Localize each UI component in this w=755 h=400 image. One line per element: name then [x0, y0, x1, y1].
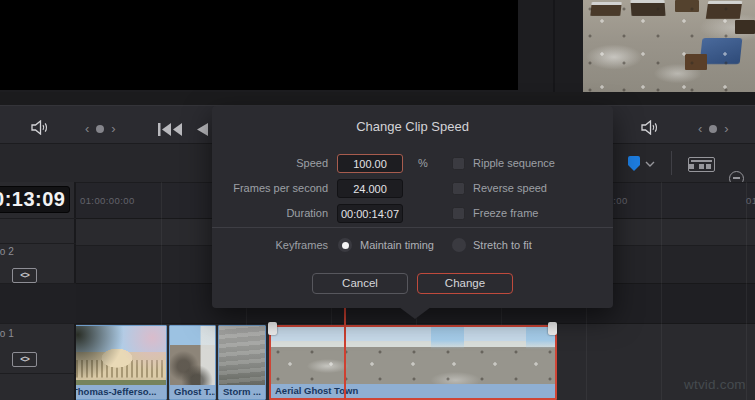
freeze-frame-label: Freeze frame: [473, 207, 538, 219]
viewer-bottom-strip: [0, 92, 755, 105]
source-viewer[interactable]: [0, 0, 518, 90]
gridline: [661, 182, 662, 400]
timeline-clip-selected[interactable]: Aerial Ghost Town: [269, 325, 557, 400]
dialog-title: Change Clip Speed: [212, 119, 613, 134]
reverse-speed-checkbox[interactable]: [452, 182, 465, 195]
fps-label: Frames per second: [212, 182, 328, 194]
next-clip-icon[interactable]: ›: [111, 123, 115, 135]
freeze-frame-checkbox[interactable]: [452, 207, 465, 220]
ripple-sequence-label: Ripple sequence: [473, 157, 555, 169]
prev-clip-icon[interactable]: ‹: [698, 123, 702, 135]
toolbar-divider: [671, 151, 672, 175]
timeline-clip[interactable]: Thomas-Jefferso...: [67, 325, 167, 400]
duration-label: Duration: [212, 207, 328, 219]
davinci-edit-page: ‹ › ‹ › 01:00:00:00 01:00:16:00 01:00:24…: [0, 0, 755, 400]
cancel-button[interactable]: Cancel: [312, 273, 408, 294]
speaker-icon[interactable]: [31, 120, 49, 135]
auto-select-toggle-v1[interactable]: <>: [12, 352, 37, 367]
track-name-video2: Video 2: [0, 246, 14, 257]
percent-suffix: %: [418, 157, 428, 169]
filmstrip-view-icon[interactable]: [688, 157, 715, 172]
clip-name-label: Ghost T...: [170, 385, 215, 399]
change-button[interactable]: Change: [417, 273, 513, 294]
terrain-texture: [271, 343, 555, 389]
viewer-clip-nav: ‹ ›: [698, 123, 729, 135]
viewer-clip-nav: ‹ ›: [85, 123, 116, 135]
terrain-texture: [583, 0, 755, 92]
clip-name-label: Thomas-Jefferso...: [68, 385, 166, 399]
timeline-viewer-frame[interactable]: [583, 0, 755, 92]
track-header-panel: 00:00:13:09 Video 2 <> Video 1 <>: [0, 182, 76, 400]
duration-input[interactable]: [337, 204, 403, 223]
prev-clip-icon[interactable]: ‹: [85, 123, 89, 135]
fps-input[interactable]: [337, 179, 403, 198]
maintain-timing-label: Maintain timing: [360, 239, 434, 251]
auto-select-toggle-v2[interactable]: <>: [12, 268, 37, 283]
timeline-clip[interactable]: Ghost T...: [169, 325, 216, 400]
next-clip-icon[interactable]: ›: [724, 123, 728, 135]
change-clip-speed-dialog: Change Clip Speed Speed % Ripple sequenc…: [212, 106, 613, 308]
timeline-clip[interactable]: Storm ...: [218, 325, 266, 400]
trim-handle-left[interactable]: [268, 322, 277, 335]
dialog-pointer-tail: [399, 307, 431, 319]
trim-handle-right[interactable]: [548, 322, 557, 335]
current-clip-dot-icon[interactable]: [709, 125, 717, 133]
stretch-to-fit-label: Stretch to fit: [473, 239, 532, 251]
dialog-separator: [212, 227, 613, 228]
speed-label: Speed: [212, 157, 328, 169]
reverse-speed-label: Reverse speed: [473, 182, 547, 194]
ripple-sequence-checkbox[interactable]: [452, 157, 465, 170]
timecode-display[interactable]: 00:00:13:09: [0, 186, 70, 213]
chevron-down-icon[interactable]: [645, 161, 655, 167]
skip-to-start-icon[interactable]: [158, 123, 182, 136]
current-clip-dot-icon[interactable]: [96, 125, 104, 133]
watermark: wtvid.com: [684, 377, 746, 392]
track-name-video1: Video 1: [0, 328, 14, 339]
clip-name-label: Aerial Ghost Town: [271, 384, 555, 398]
play-reverse-icon[interactable]: [196, 123, 208, 136]
ruler-timecode: 01:00:24:00: [746, 195, 755, 206]
maintain-timing-radio[interactable]: [338, 238, 352, 252]
gridline: [746, 182, 747, 400]
keyframes-label: Keyframes: [212, 239, 328, 251]
clip-name-label: Storm ...: [219, 385, 265, 399]
speaker-icon[interactable]: [641, 120, 659, 135]
stretch-to-fit-radio[interactable]: [452, 238, 466, 252]
speed-input[interactable]: [337, 154, 403, 173]
ruler-timecode: 01:00:00:00: [80, 195, 135, 206]
